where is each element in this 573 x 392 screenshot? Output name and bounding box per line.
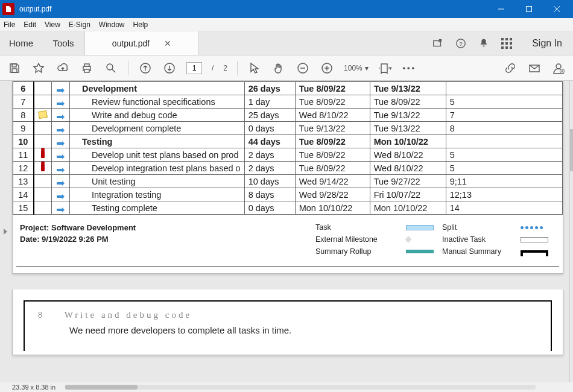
svg-rect-11 (84, 69, 89, 72)
menu-help[interactable]: Help (133, 21, 148, 29)
menu-edit[interactable]: Edit (24, 21, 36, 29)
task-finish: Wed 8/10/22 (370, 148, 446, 162)
task-mode-icon (57, 182, 65, 185)
menu-window[interactable]: Window (99, 21, 125, 29)
close-button[interactable] (543, 0, 571, 18)
minimize-button[interactable] (487, 0, 515, 18)
legend-rollup-label: Summary Rollup (315, 247, 406, 256)
save-icon[interactable] (7, 61, 22, 75)
zoom-value: 100% (344, 64, 362, 72)
app-icon (2, 3, 14, 15)
maximize-button[interactable] (515, 0, 543, 18)
email-icon[interactable] (527, 61, 542, 75)
task-mode-icon (57, 129, 65, 131)
task-duration: 10 days (244, 175, 295, 188)
table-row: 9Development complete0 daysTue 9/13/22Tu… (13, 122, 563, 135)
task-predecessors: 7 (446, 109, 562, 122)
star-icon[interactable] (31, 61, 46, 75)
zoom-out-icon[interactable] (296, 61, 310, 75)
tab-document[interactable]: output.pdf ✕ (84, 31, 199, 55)
task-name: Development complete (70, 122, 245, 135)
task-start: Tue 8/09/22 (295, 162, 370, 175)
task-finish: Mon 10/10/22 (370, 201, 446, 215)
title-bar: output.pdf (0, 0, 573, 18)
legend-task-label: Task (315, 223, 406, 232)
find-icon[interactable] (104, 61, 118, 75)
table-row: 10Testing44 daysTue 8/09/22Mon 10/10/22 (13, 135, 563, 148)
task-mode-icon (57, 89, 65, 92)
hand-tool-icon[interactable] (271, 61, 286, 75)
task-predecessors: 14 (446, 201, 562, 215)
note-task-title: Write and debug code (65, 310, 192, 320)
apps-icon[interactable] (501, 37, 513, 49)
task-start: Tue 8/09/22 (295, 82, 370, 95)
task-mode-icon (57, 195, 65, 198)
task-mode-icon (57, 142, 65, 145)
selection-tool-icon[interactable] (247, 61, 262, 75)
legend-msum-swatch (521, 250, 548, 253)
account-icon[interactable] (551, 61, 566, 75)
task-mode-icon (57, 169, 65, 171)
note-icon (38, 110, 48, 118)
page-up-icon[interactable] (138, 61, 153, 75)
help-icon[interactable]: ? (455, 37, 467, 49)
cloud-upload-icon[interactable] (55, 61, 70, 75)
task-predecessors: 5 (446, 162, 562, 175)
table-row: 11Develop unit test plans based on prod2… (13, 148, 563, 162)
link-icon[interactable] (503, 61, 518, 75)
task-mode-icon (57, 209, 65, 211)
table-row: 6Development26 daysTue 8/09/22Tue 9/13/2… (13, 82, 563, 95)
page-number-input[interactable] (186, 62, 202, 74)
zoom-dropdown[interactable]: 100%▾ (344, 64, 369, 72)
task-name: Develop integration test plans based o (70, 162, 245, 175)
svg-rect-10 (84, 64, 89, 66)
scrollbar-thumb[interactable] (65, 385, 138, 390)
svg-rect-8 (12, 69, 17, 72)
task-finish: Fri 10/07/22 (370, 188, 446, 201)
pdf-page-1: 6Development26 daysTue 8/09/22Tue 9/13/2… (12, 81, 563, 274)
tab-tools[interactable]: Tools (42, 31, 84, 55)
project-name: Project: Software Development (20, 223, 315, 232)
task-finish: Tue 9/13/22 (370, 122, 446, 135)
task-name: Write and debug code (70, 109, 245, 122)
table-row: 12Develop integration test plans based o… (13, 162, 563, 175)
more-tools-icon[interactable]: ••• (402, 61, 417, 75)
task-finish: Tue 9/27/22 (370, 175, 446, 188)
menu-esign[interactable]: E-Sign (69, 21, 90, 29)
task-duration: 44 days (244, 135, 295, 148)
zoom-in-icon[interactable] (320, 61, 334, 75)
legend-task-swatch (406, 225, 434, 230)
task-duration: 2 days (244, 148, 295, 162)
task-duration: 8 days (244, 188, 295, 201)
fit-width-icon[interactable]: ▾ (378, 61, 393, 75)
sign-in-button[interactable]: Sign In (524, 38, 562, 49)
chevron-down-icon: ▾ (389, 65, 392, 71)
project-date: Date: 9/19/2022 9:26 PM (20, 235, 315, 244)
legend-rollup-swatch (406, 250, 434, 253)
tab-close-icon[interactable]: ✕ (164, 39, 171, 48)
legend-inactive-label: Inactive Task (442, 235, 521, 244)
menu-view[interactable]: View (45, 21, 60, 29)
bell-icon[interactable] (478, 37, 490, 49)
task-duration: 25 days (244, 109, 295, 122)
menu-bar: File Edit View E-Sign Window Help (0, 18, 573, 31)
task-name: Review functional specifications (70, 95, 245, 109)
svg-line-13 (112, 69, 115, 72)
horizontal-scrollbar[interactable] (65, 385, 536, 390)
task-name: Unit testing (70, 175, 245, 188)
menu-file[interactable]: File (4, 21, 15, 29)
task-predecessors (446, 82, 562, 95)
task-mode-icon (57, 156, 65, 158)
vertical-scrollbar[interactable] (569, 81, 573, 382)
print-icon[interactable] (80, 61, 94, 75)
task-start: Tue 9/13/22 (295, 122, 370, 135)
share-device-icon[interactable] (432, 37, 444, 49)
page-down-icon[interactable] (162, 61, 177, 75)
scrollbar-thumb[interactable] (570, 129, 573, 171)
legend-inactive-swatch (521, 237, 548, 242)
nav-pane-toggle[interactable] (0, 81, 11, 382)
tab-home[interactable]: Home (0, 31, 42, 55)
task-predecessors: 5 (446, 95, 562, 109)
tab-document-label: output.pdf (112, 39, 150, 48)
task-predecessors (446, 135, 562, 148)
